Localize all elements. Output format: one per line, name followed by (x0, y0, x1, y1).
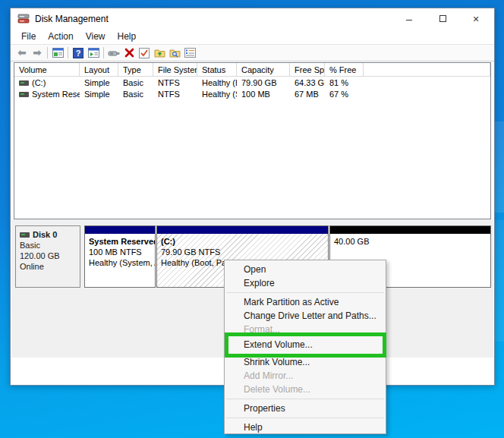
cell-status: Healthy (S... (197, 90, 237, 99)
menu-item-help[interactable]: Help (225, 421, 386, 434)
extend-volume-highlight[interactable]: Extend Volume... (225, 332, 386, 358)
menu-separator (225, 415, 386, 421)
minimize-button[interactable]: – (392, 8, 426, 29)
disk-size: 120.00 GB (20, 251, 76, 261)
cell-capacity: 100 MB (237, 90, 290, 99)
menu-item-delete-volume: Delete Volume... (225, 383, 386, 396)
cell-pct-free: 67 % (325, 90, 364, 99)
volume-icon (19, 92, 29, 97)
volume-list-panel: Volume Layout Type File System Status Ca… (14, 62, 491, 219)
menu-view[interactable]: View (80, 30, 112, 43)
primary-partition-stripe (157, 226, 328, 234)
folder-search-icon[interactable] (167, 46, 182, 59)
folder-up-icon[interactable] (152, 46, 167, 59)
col-volume[interactable]: Volume (14, 63, 80, 77)
disk-icon (20, 232, 30, 238)
wallpaper-light-beam (493, 220, 504, 342)
menu-item-add-mirror: Add Mirror... (225, 369, 386, 383)
forward-icon[interactable]: ➡ (30, 46, 45, 59)
cell-volume: (C:) (32, 78, 46, 87)
cell-type: Basic (118, 90, 153, 99)
desktop: Disk Management – × File Action View Hel… (0, 0, 504, 438)
volume-table-header: Volume Layout Type File System Status Ca… (14, 63, 490, 77)
partition-size: 100 MB NTFS (89, 247, 151, 257)
disk-management-app-icon (17, 14, 30, 24)
partition-status: Healthy (System, A (89, 257, 151, 268)
toolbar-separator (103, 47, 104, 58)
col-filler (364, 63, 490, 77)
disk-type: Basic (20, 240, 76, 251)
primary-partition-stripe (85, 226, 155, 234)
col-free-space[interactable]: Free Spa... (290, 63, 325, 77)
cell-free-space: 64.33 GB (290, 78, 325, 87)
menu-separator (225, 290, 386, 295)
cell-free-space: 67 MB (290, 90, 325, 99)
maximize-button[interactable] (426, 8, 459, 29)
menu-separator (225, 396, 386, 402)
col-file-system[interactable]: File System (153, 63, 197, 77)
cell-pct-free: 81 % (325, 78, 364, 87)
partition-name: System Reserved (89, 236, 151, 247)
toolbar: ⬅ ➡ ? (11, 44, 494, 61)
menu-bar: File Action View Help (11, 29, 494, 44)
menu-help[interactable]: Help (112, 30, 143, 43)
maximize-icon (439, 15, 446, 22)
partition-name: (C:) (161, 236, 324, 247)
delete-icon[interactable] (121, 46, 137, 59)
disk-status: Online (20, 261, 76, 272)
col-type[interactable]: Type (118, 63, 153, 77)
toolbar-separator (47, 47, 48, 58)
properties-icon[interactable] (182, 46, 197, 59)
col-status[interactable]: Status (197, 63, 237, 77)
partition-size: 40.00 GB (334, 236, 487, 247)
wallpaper-light-beam (493, 121, 504, 213)
back-icon[interactable]: ⬅ (14, 46, 30, 59)
partition-size: 79.90 GB NTFS (161, 247, 324, 257)
window-title: Disk Management (35, 14, 109, 24)
volume-icon (19, 80, 29, 86)
cell-file-system: NTFS (153, 90, 197, 99)
toolbar-separator (68, 47, 68, 58)
console-list-icon[interactable] (86, 46, 101, 59)
cell-volume: System Reserved (32, 90, 80, 99)
cell-status: Healthy (B... (197, 78, 237, 87)
close-button[interactable]: × (459, 8, 493, 29)
cell-layout: Simple (80, 78, 118, 87)
col-layout[interactable]: Layout (80, 63, 118, 77)
menu-item-mark-partition-active[interactable]: Mark Partition as Active (225, 295, 386, 309)
col-pct-free[interactable]: % Free (325, 63, 364, 77)
unallocated-stripe (330, 226, 490, 234)
menu-item-open[interactable]: Open (225, 263, 386, 276)
cell-capacity: 79.90 GB (237, 78, 290, 87)
table-row[interactable]: (C:) Simple Basic NTFS Healthy (B... 79.… (14, 77, 490, 88)
table-row[interactable]: System Reserved Simple Basic NTFS Health… (14, 88, 490, 99)
menu-item-change-drive-letter[interactable]: Change Drive Letter and Paths... (225, 309, 386, 323)
remote-device-icon[interactable] (106, 46, 121, 59)
title-bar: Disk Management – × (11, 8, 494, 29)
svg-text:?: ? (76, 49, 81, 58)
console-window-icon[interactable] (50, 46, 65, 59)
cell-type: Basic (118, 78, 153, 87)
menu-item-explore[interactable]: Explore (225, 276, 386, 290)
menu-item-properties[interactable]: Properties (225, 402, 386, 415)
cell-file-system: NTFS (153, 78, 197, 87)
help-icon[interactable]: ? (71, 46, 86, 59)
disk0-label-panel[interactable]: Disk 0 Basic 120.00 GB Online (15, 225, 80, 288)
menu-file[interactable]: File (15, 30, 42, 43)
validate-check-icon[interactable] (137, 46, 152, 59)
disk-name: Disk 0 (33, 230, 57, 239)
col-capacity[interactable]: Capacity (237, 63, 290, 77)
partition-system-reserved[interactable]: System Reserved 100 MB NTFS Healthy (Sys… (84, 225, 156, 288)
menu-action[interactable]: Action (42, 30, 79, 43)
cell-layout: Simple (80, 90, 118, 99)
